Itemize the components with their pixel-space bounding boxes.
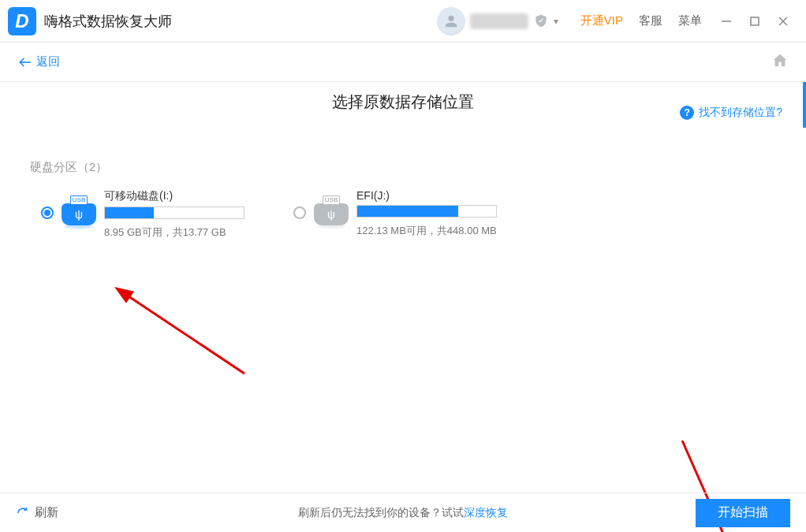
drive-item-1[interactable]: USB ψ EFI(J:) 122.13 MB可用，共448.00 MB bbox=[293, 189, 498, 240]
avatar[interactable] bbox=[437, 7, 465, 35]
nav-support[interactable]: 客服 bbox=[639, 13, 662, 28]
shield-icon bbox=[533, 13, 549, 29]
logo-letter: D bbox=[15, 10, 28, 32]
drive-usage-text: 8.95 GB可用，共13.77 GB bbox=[104, 225, 246, 240]
drive-usage-fill bbox=[357, 206, 458, 217]
refresh-button[interactable]: 刷新 bbox=[16, 505, 58, 520]
footer-hint-prefix: 刷新后仍无法找到你的设备？试试 bbox=[298, 506, 464, 519]
page-title: 选择原数据存储位置 bbox=[24, 91, 782, 113]
drive-usage-fill bbox=[105, 207, 154, 218]
help-link-label: 找不到存储位置? bbox=[699, 106, 782, 120]
drive-usage-text: 122.13 MB可用，共448.00 MB bbox=[356, 224, 498, 238]
back-label: 返回 bbox=[36, 54, 60, 69]
maximize-button[interactable] bbox=[743, 9, 767, 33]
drive-item-0[interactable]: USB ψ 可移动磁盘(I:) 8.95 GB可用，共13.77 GB bbox=[41, 189, 246, 240]
usb-badge: USB bbox=[70, 195, 88, 205]
title-bar: D 嗨格式数据恢复大师 ▾ 开通VIP 客服 菜单 bbox=[0, 0, 806, 43]
nav-menu[interactable]: 菜单 bbox=[678, 13, 702, 28]
minimize-button[interactable] bbox=[715, 9, 738, 33]
radio[interactable] bbox=[293, 206, 306, 219]
close-button[interactable] bbox=[771, 9, 795, 33]
start-scan-button[interactable]: 开始扫描 bbox=[696, 499, 790, 527]
usb-badge: USB bbox=[323, 195, 340, 205]
drive-usage-bar bbox=[356, 205, 497, 218]
drive-usage-bar bbox=[104, 206, 244, 219]
drive-icon: USB ψ bbox=[314, 195, 349, 225]
sub-bar: 返回 bbox=[0, 43, 806, 82]
help-link[interactable]: ? 找不到存储位置? bbox=[680, 106, 782, 120]
footer: 刷新 刷新后仍无法找到你的设备？试试深度恢复 开始扫描 bbox=[0, 493, 806, 532]
drive-name: EFI(J:) bbox=[356, 189, 498, 202]
drive-name: 可移动磁盘(I:) bbox=[104, 189, 246, 203]
hdd-icon: ψ bbox=[62, 203, 96, 225]
username-blurred bbox=[470, 13, 528, 29]
hdd-icon: ψ bbox=[314, 203, 349, 225]
svg-rect-1 bbox=[751, 17, 759, 25]
nav-vip[interactable]: 开通VIP bbox=[580, 13, 623, 28]
svg-line-5 bbox=[126, 295, 244, 374]
main-content: 选择原数据存储位置 ? 找不到存储位置? 硬盘分区（2） USB ψ 可移动磁盘… bbox=[0, 82, 806, 493]
footer-hint: 刷新后仍无法找到你的设备？试试深度恢复 bbox=[298, 506, 508, 520]
back-button[interactable]: 返回 bbox=[17, 54, 60, 70]
refresh-label: 刷新 bbox=[35, 505, 58, 520]
drive-icon: USB ψ bbox=[62, 195, 96, 225]
deep-recovery-link[interactable]: 深度恢复 bbox=[464, 506, 508, 519]
chevron-down-icon[interactable]: ▾ bbox=[554, 16, 558, 27]
app-title: 嗨格式数据恢复大师 bbox=[44, 12, 172, 31]
partitions-section-label: 硬盘分区（2） bbox=[30, 160, 782, 175]
help-icon: ? bbox=[680, 106, 694, 120]
drive-list: USB ψ 可移动磁盘(I:) 8.95 GB可用，共13.77 GB USB … bbox=[24, 189, 782, 240]
radio-selected[interactable] bbox=[41, 206, 54, 219]
app-logo: D bbox=[8, 7, 36, 35]
home-icon[interactable] bbox=[771, 52, 789, 73]
